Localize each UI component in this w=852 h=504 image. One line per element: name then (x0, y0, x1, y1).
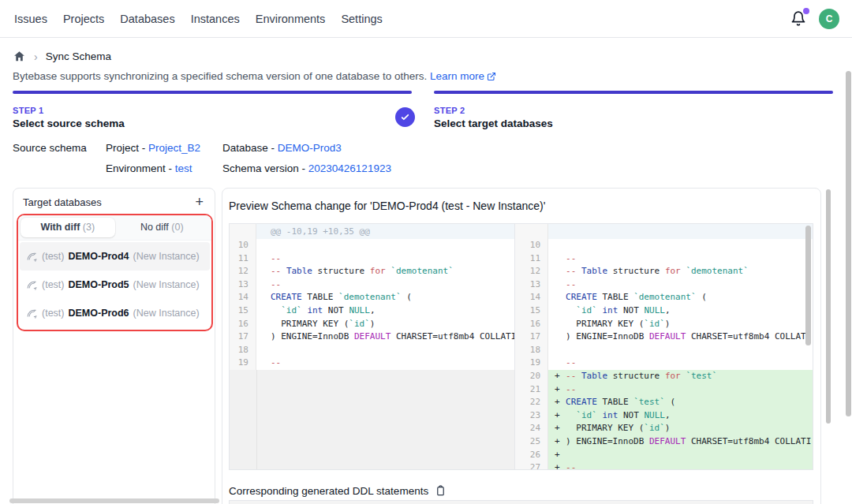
add-target-database-button[interactable]: + (193, 196, 205, 208)
code-text: +-- (548, 383, 813, 397)
diff-marker-slot (555, 357, 566, 370)
code-text: `id` int NOT NULL, (548, 304, 813, 318)
nav-item-databases[interactable]: Databases (118, 9, 176, 28)
diff-hunk-header-row: @@ -10,19 +10,35 @@ (230, 224, 514, 239)
chevron-right-icon: › (34, 50, 38, 63)
code-text: +-- Table structure for `test` (548, 370, 813, 383)
code-line: 19 -- (515, 357, 813, 370)
window-scrollbar[interactable] (846, 71, 851, 416)
code-text (548, 239, 813, 252)
code-text: PRIMARY KEY (`id`) (548, 318, 813, 331)
intro-sentence: Bytebase supports synchronizing a specif… (13, 70, 427, 82)
clipboard-icon (435, 484, 447, 497)
diff-alignment-placeholder (230, 370, 514, 469)
project-link[interactable]: Project_B2 (148, 142, 200, 154)
db-name: DEMO-Prod5 (68, 279, 129, 290)
diff-marker-slot (555, 318, 566, 331)
tab-with-diff[interactable]: With diff (3) (21, 218, 115, 237)
home-icon[interactable] (13, 50, 26, 63)
nav-item-issues[interactable]: Issues (13, 9, 49, 28)
source-schema-version-field: Schema version - 20230426121923 (222, 162, 391, 174)
line-number: 13 (230, 278, 256, 292)
database-link[interactable]: DEMO-Prod3 (278, 142, 342, 154)
code-line: 14CREATE TABLE `demotenant` ( (230, 291, 514, 304)
line-number: 16 (515, 318, 548, 331)
line-number (515, 224, 548, 239)
diff-marker-slot (555, 291, 566, 304)
line-number: 10 (230, 239, 256, 252)
code-line: 23+ `id` int NOT NULL, (515, 409, 813, 423)
horizontal-scrollbar[interactable] (9, 498, 219, 503)
learn-more-link[interactable]: Learn more (430, 70, 496, 82)
breadcrumb-page-title: Sync Schema (46, 50, 111, 62)
nav-item-projects[interactable]: Projects (62, 9, 106, 28)
schema-diff-editor[interactable]: @@ -10,19 +10,35 @@1011--12-- Table stru… (229, 223, 813, 470)
ddl-section-header: Corresponding generated DDL statements (229, 484, 447, 497)
code-text (548, 344, 813, 357)
target-database-item[interactable]: (test)DEMO-Prod4(New Instance) (20, 242, 210, 271)
code-text: CREATE TABLE `demotenant` ( (548, 291, 813, 304)
intro-text: Bytebase supports synchronizing a specif… (13, 70, 496, 82)
target-database-item[interactable]: (test)DEMO-Prod5(New Instance) (20, 271, 210, 299)
code-line: 11 -- (515, 252, 813, 266)
target-database-list: (test)DEMO-Prod4(New Instance)(test)DEMO… (18, 241, 211, 329)
avatar[interactable]: C (819, 9, 839, 29)
db-instance-suffix: (New Instance) (133, 308, 200, 319)
step1-progress-bar (13, 91, 412, 94)
diff-added-marker: + (555, 435, 566, 449)
code-text: CREATE TABLE `demotenant` ( (256, 291, 514, 304)
code-line: 13 -- (515, 278, 813, 292)
notifications-button[interactable] (790, 10, 808, 28)
diff-pane-modified: 10 11 --12 -- Table structure for `demot… (514, 224, 813, 469)
preview-title: Preview Schema change for 'DEMO-Prod4 (t… (229, 200, 545, 212)
line-number: 18 (230, 344, 256, 357)
code-text: -- (548, 278, 813, 292)
source-schema-label: Source schema (13, 142, 87, 154)
code-line: 25+) ENGINE=InnoDB DEFAULT CHARSET=utf8m… (515, 435, 813, 449)
notification-dot (803, 8, 809, 14)
code-text: @@ -10,19 +10,35 @@ (256, 224, 514, 239)
mysql-icon (26, 251, 38, 263)
code-line: 10 (515, 239, 813, 252)
content-scrollbar[interactable] (826, 189, 831, 424)
environment-link[interactable]: test (175, 162, 192, 174)
line-number: 21 (515, 383, 548, 397)
code-line: 26+ (515, 449, 813, 462)
diff-marker-slot (555, 304, 566, 318)
diff-added-marker: + (555, 409, 566, 423)
line-number: 22 (515, 396, 548, 409)
target-database-item[interactable]: (test)DEMO-Prod6(New Instance) (20, 299, 210, 327)
diff-added-marker: + (555, 370, 566, 383)
copy-ddl-button[interactable] (435, 484, 447, 497)
code-text (256, 239, 514, 252)
mysql-icon (26, 308, 38, 319)
tab-no-diff[interactable]: No diff (0) (115, 218, 210, 237)
nav-item-settings[interactable]: Settings (339, 9, 383, 28)
nav-item-instances[interactable]: Instances (189, 9, 241, 28)
db-environment: (test) (42, 279, 64, 290)
code-text: -- Table structure for `demotenant` (548, 265, 813, 278)
diff-editor-scrollbar[interactable] (805, 226, 811, 345)
code-text: -- (256, 252, 514, 266)
code-line: 15 `id` int NOT NULL, (230, 304, 514, 318)
db-name: DEMO-Prod6 (68, 308, 129, 319)
target-databases-highlighted-box: With diff (3) No diff (0) (test)DEMO-Pro… (17, 214, 213, 331)
code-text: ) ENGINE=InnoDB DEFAULT CHARSET=utf8mb4 … (256, 330, 514, 344)
nav-item-environments[interactable]: Environments (254, 9, 327, 28)
line-number: 15 (230, 304, 256, 318)
code-line: 21+-- (515, 383, 813, 397)
code-line: 11-- (230, 252, 514, 266)
code-text: -- (256, 357, 514, 370)
mysql-icon (26, 279, 38, 291)
schema-version-link[interactable]: 20230426121923 (308, 162, 391, 174)
db-name: DEMO-Prod4 (68, 251, 129, 262)
source-environment-field: Environment - test (106, 162, 192, 174)
diff-pane-original: @@ -10,19 +10,35 @@1011--12-- Table stru… (230, 224, 514, 469)
line-number: 19 (230, 357, 256, 370)
diff-added-marker: + (555, 396, 566, 409)
line-number (230, 224, 256, 239)
diff-marker-slot (555, 344, 566, 357)
line-number: 14 (230, 291, 256, 304)
line-number: 11 (515, 252, 548, 266)
code-line: 13-- (230, 278, 514, 292)
